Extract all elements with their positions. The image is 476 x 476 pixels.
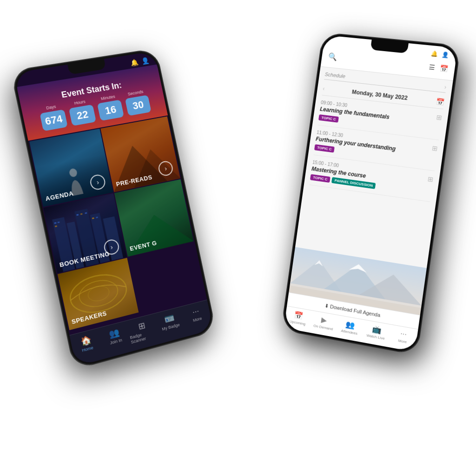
schedule-content: Schedule › ‹ Monday, 30 May 2022 📅 ⊞ 09:… [295, 67, 453, 268]
scene: 🔔 👤 Event Starts In: Days Hours Minutes … [0, 0, 476, 476]
nav-more-left[interactable]: ··· More [181, 304, 212, 330]
home-icon: 🏠 [79, 334, 92, 347]
nav-badge-scanner[interactable]: ⊞ Badge Scanner [127, 317, 159, 345]
upcoming-icon: 📅 [293, 311, 304, 321]
person-icon-right: 👤 [441, 51, 449, 59]
nav-ondemand-label: On Demand [313, 324, 333, 331]
search-icon[interactable]: 🔍 [328, 52, 338, 62]
phone-left: 🔔 👤 Event Starts In: Days Hours Minutes … [10, 48, 216, 370]
nav-home[interactable]: 🏠 Home [70, 332, 103, 360]
badge-scanner-icon: ⊞ [138, 320, 146, 332]
schedule-title: Schedule [324, 72, 346, 79]
svg-point-18 [77, 277, 120, 311]
watchlive-icon: 📺 [371, 324, 382, 335]
session-1-icon[interactable]: ⊞ [436, 113, 443, 122]
phone-right: 🔔 👤 🔍 ☰ 📅 Schedule › [281, 32, 461, 355]
session-2-icon[interactable]: ⊞ [431, 144, 438, 152]
nav-attendees-label: Attendees [341, 329, 358, 336]
ondemand-icon: ▶ [321, 315, 327, 325]
session-3-tag-0: TOPIC C [310, 174, 331, 183]
nav-watchlive[interactable]: 📺 Watch Live [362, 323, 390, 341]
minutes-value: 16 [97, 99, 124, 121]
nav-attendees[interactable]: 👥 Attendees [336, 318, 364, 337]
nav-more-right-label: More [398, 338, 407, 344]
nav-joinin[interactable]: 👥 Join In [99, 324, 132, 352]
calendar-icon-date[interactable]: 📅 [436, 98, 445, 106]
tile-event[interactable]: EVENT G [114, 179, 194, 257]
session-2-tag-0: TOPIC C [314, 144, 335, 152]
more-icon-right: ··· [400, 330, 407, 339]
tile-agenda[interactable]: AGENDA › [29, 129, 113, 207]
tiles-grid: AGENDA › PRE-READS › [29, 116, 205, 330]
nav-more-right[interactable]: ··· More [389, 328, 417, 347]
calendar-icon[interactable]: 📅 [439, 64, 449, 73]
attendees-icon: 👥 [345, 320, 355, 330]
nav-ondemand[interactable]: ▶ On Demand [310, 313, 338, 332]
nav-upcoming[interactable]: 📅 Upcoming [284, 309, 312, 327]
nav-my-badge[interactable]: 🪪 My Badge [155, 311, 186, 337]
nav-upcoming-label: Upcoming [289, 319, 305, 326]
bell-icon: 🔔 [130, 59, 139, 67]
more-icon-left: ··· [192, 306, 200, 317]
joinin-icon: 👥 [108, 327, 120, 339]
nav-more-left-label: More [192, 316, 202, 323]
my-badge-icon: 🪪 [163, 313, 175, 325]
nav-my-badge-label: My Badge [162, 322, 180, 331]
nav-badge-scanner-label: Badge Scanner [130, 328, 159, 344]
svg-point-0 [68, 168, 78, 178]
session-3-icon[interactable]: ⊞ [427, 175, 434, 184]
hours-value: 22 [69, 105, 96, 126]
tile-prereads[interactable]: PRE-READS › [100, 116, 180, 192]
svg-point-19 [87, 284, 111, 303]
days-value: 674 [40, 109, 67, 131]
seconds-value: 30 [125, 95, 152, 116]
session-1-tag-0: TOPIC C [318, 114, 339, 123]
nav-watchlive-label: Watch Live [366, 333, 385, 341]
person-icon: 👤 [141, 57, 150, 65]
schedule-chevron-right[interactable]: › [444, 84, 447, 91]
date-chevron-left[interactable]: ‹ [323, 86, 325, 92]
bell-icon-right: 🔔 [430, 50, 438, 58]
list-icon[interactable]: ☰ [429, 63, 436, 71]
